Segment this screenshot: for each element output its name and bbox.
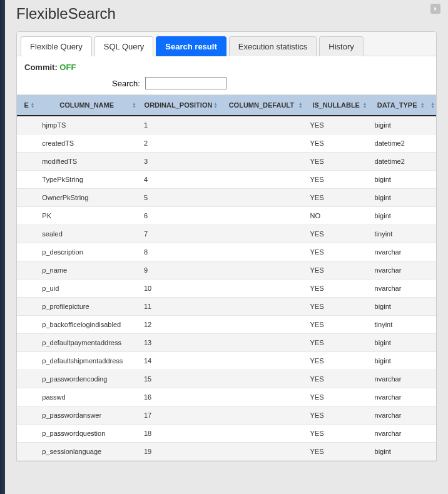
cell-column_name: createdTS xyxy=(36,134,138,153)
sort-icon: ▲▼ xyxy=(430,102,435,108)
left-nav-strip xyxy=(0,0,5,494)
cell-column_default xyxy=(219,316,304,334)
cell-last xyxy=(426,243,436,261)
cell-column_default xyxy=(219,370,304,388)
cell-ordinal_position: 7 xyxy=(138,225,219,243)
cell-ordinal_position: 10 xyxy=(138,280,219,298)
commit-status: Commit: OFF xyxy=(17,61,436,77)
table-row[interactable]: p_sessionlanguage19YESbigint xyxy=(17,443,436,461)
cell-column_name: p_uid xyxy=(36,280,138,298)
cell-data_type: tinyint xyxy=(369,316,426,334)
cell-data_type: datetime2 xyxy=(369,153,426,171)
cell-first xyxy=(17,153,36,171)
column-header-column_name[interactable]: COLUMN_NAME▲▼ xyxy=(36,95,138,116)
tab-history[interactable]: History xyxy=(319,36,363,56)
cell-last xyxy=(426,425,436,443)
cell-first xyxy=(17,443,36,461)
table-row[interactable]: p_uid10YESnvarchar xyxy=(17,280,436,298)
column-header-ordinal_position[interactable]: ORDINAL_POSITION▲▼ xyxy=(138,95,219,116)
cell-data_type: bigint xyxy=(369,334,426,352)
tab-flexible-query[interactable]: Flexible Query xyxy=(21,36,92,56)
cell-column_name: p_name xyxy=(36,261,138,280)
cell-is_nullable: NO xyxy=(304,207,369,225)
cell-first xyxy=(17,280,36,298)
cell-column_name: sealed xyxy=(36,225,138,243)
page-title: FlexibleSearch xyxy=(0,0,448,31)
cell-column_default xyxy=(219,388,304,406)
table-row[interactable]: p_name9YESnvarchar xyxy=(17,261,436,280)
cell-first xyxy=(17,388,36,406)
table-row[interactable]: OwnerPkString5YESbigint xyxy=(17,189,436,207)
cell-is_nullable: YES xyxy=(304,406,369,425)
table-row[interactable]: passwd16YESnvarchar xyxy=(17,388,436,406)
cell-last xyxy=(426,316,436,334)
cell-first xyxy=(17,134,36,153)
commit-label: Commit: xyxy=(24,63,58,72)
cell-last xyxy=(426,225,436,243)
cell-ordinal_position: 5 xyxy=(138,189,219,207)
table-row[interactable]: sealed7YEStinyint xyxy=(17,225,436,243)
cell-ordinal_position: 2 xyxy=(138,134,219,153)
table-row[interactable]: p_profilepicture11YESbigint xyxy=(17,298,436,316)
cell-last xyxy=(426,443,436,461)
column-header-is_nullable[interactable]: IS_NULLABLE▲▼ xyxy=(304,95,369,116)
cell-last xyxy=(426,406,436,425)
sort-icon: ▲▼ xyxy=(420,102,425,108)
cell-first xyxy=(17,352,36,370)
cell-is_nullable: YES xyxy=(304,425,369,443)
cell-column_default xyxy=(219,406,304,425)
cell-ordinal_position: 1 xyxy=(138,116,219,134)
cell-column_name: p_profilepicture xyxy=(36,298,138,316)
column-header-column_default[interactable]: COLUMN_DEFAULT▲▼ xyxy=(219,95,304,116)
cell-data_type: bigint xyxy=(369,189,426,207)
column-header-first_fragment[interactable]: E▲▼ xyxy=(17,95,36,116)
column-header-data_type[interactable]: DATA_TYPE▲▼ xyxy=(369,95,426,116)
table-row[interactable]: PK6NObigint xyxy=(17,207,436,225)
cell-column_default xyxy=(219,280,304,298)
cell-last xyxy=(426,352,436,370)
table-row[interactable]: p_passwordencoding15YESnvarchar xyxy=(17,370,436,388)
cell-column_default xyxy=(219,352,304,370)
column-header-last_fragment[interactable]: ▲▼ xyxy=(426,95,436,116)
tab-bar: Flexible QuerySQL QuerySearch resultExec… xyxy=(17,32,436,56)
table-row[interactable]: modifiedTS3YESdatetime2 xyxy=(17,153,436,171)
table-row[interactable]: p_defaultshipmentaddress14YESbigint xyxy=(17,352,436,370)
cell-column_default xyxy=(219,334,304,352)
cell-is_nullable: YES xyxy=(304,352,369,370)
results-table-wrap: E▲▼COLUMN_NAME▲▼ORDINAL_POSITION▲▼COLUMN… xyxy=(17,94,436,461)
table-row[interactable]: p_passwordanswer17YESnvarchar xyxy=(17,406,436,425)
table-row[interactable]: p_passwordquestion18YESnvarchar xyxy=(17,425,436,443)
cell-data_type: nvarchar xyxy=(369,370,426,388)
cell-first xyxy=(17,225,36,243)
collapse-panel-button[interactable] xyxy=(430,4,440,14)
search-input[interactable] xyxy=(145,77,227,89)
cell-is_nullable: YES xyxy=(304,261,369,280)
cell-ordinal_position: 14 xyxy=(138,352,219,370)
cell-data_type: bigint xyxy=(369,352,426,370)
cell-ordinal_position: 16 xyxy=(138,388,219,406)
cell-is_nullable: YES xyxy=(304,298,369,316)
table-row[interactable]: p_backofficelogindisabled12YEStinyint xyxy=(17,316,436,334)
tab-execution-statistics[interactable]: Execution statistics xyxy=(229,36,317,56)
cell-column_default xyxy=(219,298,304,316)
table-body: hjmpTS1YESbigintcreatedTS2YESdatetime2mo… xyxy=(17,116,436,461)
cell-last xyxy=(426,280,436,298)
cell-column_default xyxy=(219,189,304,207)
tab-search-result[interactable]: Search result xyxy=(156,36,226,56)
cell-ordinal_position: 15 xyxy=(138,370,219,388)
cell-column_default xyxy=(219,116,304,134)
table-row[interactable]: p_description8YESnvarchar xyxy=(17,243,436,261)
cell-is_nullable: YES xyxy=(304,189,369,207)
cell-column_default xyxy=(219,207,304,225)
cell-ordinal_position: 12 xyxy=(138,316,219,334)
search-row: Search: xyxy=(17,77,436,94)
table-row[interactable]: p_defaultpaymentaddress13YESbigint xyxy=(17,334,436,352)
cell-is_nullable: YES xyxy=(304,171,369,189)
tab-sql-query[interactable]: SQL Query xyxy=(94,36,154,56)
commit-value: OFF xyxy=(59,63,76,72)
cell-last xyxy=(426,298,436,316)
table-row[interactable]: createdTS2YESdatetime2 xyxy=(17,134,436,153)
table-row[interactable]: hjmpTS1YESbigint xyxy=(17,116,436,134)
cell-last xyxy=(426,189,436,207)
table-row[interactable]: TypePkString4YESbigint xyxy=(17,171,436,189)
